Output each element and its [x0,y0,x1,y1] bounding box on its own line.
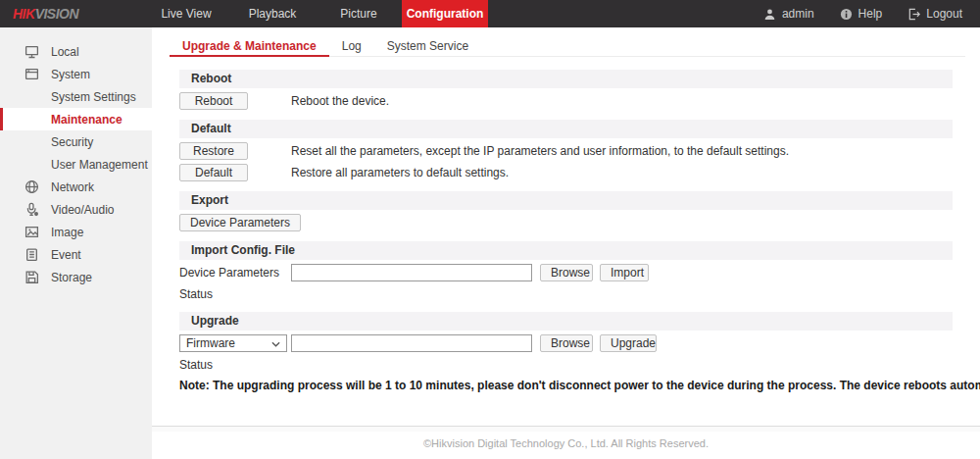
user-icon [763,8,776,21]
topbar-right: admin Help Logout [763,0,980,27]
import-section-header: Import Config. File [179,241,953,260]
monitor-icon [24,44,39,59]
upgrade-row: Firmware Browse Upgrade [179,334,953,352]
upgrade-note: Note: The upgrading process will be 1 to… [179,379,980,392]
nav-playback[interactable]: Playback [229,0,316,27]
upgrade-status-row: Status [179,356,953,374]
import-field-label: Device Parameters [179,264,279,281]
sidebar: Local System System Settings Maintenance… [0,27,152,459]
import-file-input[interactable] [291,264,532,281]
import-row: Device Parameters Browse Import [179,264,953,281]
restore-row: Restore Reset all the parameters, except… [179,142,953,160]
system-window-icon [24,67,39,81]
reboot-row: Reboot Reboot the device. [179,92,953,110]
storage-icon [24,270,39,284]
import-status-label: Status [179,285,213,303]
default-row: Default Restore all parameters to defaul… [179,164,953,181]
event-icon [24,247,39,262]
nav-picture[interactable]: Picture [316,0,402,27]
hikvision-config-page: HIKVISION Live View Playback Picture Con… [0,0,980,459]
bottom-divider [152,426,980,432]
sidebar-item-user-management[interactable]: User Management [0,153,152,176]
reboot-button[interactable]: Reboot [179,92,248,110]
upgrade-button[interactable]: Upgrade [600,334,657,352]
restore-description: Reset all the parameters, except the IP … [291,142,789,160]
nav-live-view[interactable]: Live View [143,0,229,27]
export-row: Device Parameters [179,214,953,231]
top-navigation: Live View Playback Picture Configuration [143,0,488,27]
upgrade-file-input[interactable] [291,334,532,352]
default-description: Restore all parameters to default settin… [291,164,509,181]
logout-label: Logout [926,7,962,21]
upgrade-browse-button[interactable]: Browse [540,334,593,352]
sidebar-item-video-audio[interactable]: Video/Audio [0,198,152,221]
microphone-icon [24,202,39,217]
sidebar-item-label: Security [51,135,93,149]
copyright-footer: ©Hikvision Digital Technology Co., Ltd. … [152,437,980,449]
default-button[interactable]: Default [179,164,248,181]
sidebar-item-label: Image [51,226,83,239]
reboot-description: Reboot the device. [291,92,389,110]
username: admin [782,7,814,21]
sidebar-item-label: Local [51,45,79,59]
help-label: Help [858,7,883,21]
logo-vision: VISION [35,6,78,22]
sidebar-item-local[interactable]: Local [0,40,152,63]
sidebar-item-label: Video/Audio [51,203,115,217]
help-icon [840,8,853,21]
sidebar-item-storage[interactable]: Storage [0,266,152,288]
tab-bar: Upgrade & Maintenance Log System Service [170,37,965,57]
globe-icon [24,179,39,194]
sidebar-item-event[interactable]: Event [0,243,152,266]
import-button[interactable]: Import [600,264,649,281]
user-indicator: admin [763,7,814,21]
sidebar-item-label: System [51,68,90,81]
upgrade-section-header: Upgrade [179,312,953,331]
restore-button[interactable]: Restore [179,142,248,160]
sidebar-item-label: Storage [51,271,92,284]
nav-configuration[interactable]: Configuration [402,0,488,27]
import-browse-button[interactable]: Browse [540,264,593,281]
tab-upgrade-maintenance[interactable]: Upgrade & Maintenance [170,37,329,57]
export-section-header: Export [179,191,953,210]
export-device-parameters-button[interactable]: Device Parameters [179,214,301,231]
default-section-header: Default [179,120,953,138]
sidebar-item-system-settings[interactable]: System Settings [0,85,152,108]
help-button[interactable]: Help [840,7,883,21]
upgrade-type-select[interactable]: Firmware [179,334,287,352]
tab-log[interactable]: Log [329,37,374,56]
topbar: HIKVISION Live View Playback Picture Con… [0,0,980,27]
sidebar-item-system[interactable]: System [0,63,152,85]
image-icon [24,225,39,239]
sidebar-item-network[interactable]: Network [0,176,152,198]
main-content: Upgrade & Maintenance Log System Service… [152,27,980,459]
upgrade-type-value: Firmware [186,336,235,350]
sidebar-item-label: Maintenance [51,113,122,127]
upgrade-status-label: Status [179,356,213,374]
sidebar-item-maintenance[interactable]: Maintenance [0,108,152,130]
sidebar-item-label: System Settings [51,90,136,104]
sidebar-item-image[interactable]: Image [0,221,152,243]
tab-system-service[interactable]: System Service [374,37,481,56]
chevron-down-icon [271,336,280,350]
reboot-section-header: Reboot [179,70,953,88]
sidebar-item-security[interactable]: Security [0,130,152,153]
sidebar-item-label: User Management [51,158,148,172]
hikvision-logo: HIKVISION [0,0,143,27]
sidebar-item-label: Event [51,248,81,262]
sidebar-item-label: Network [51,180,94,194]
logout-button[interactable]: Logout [907,7,962,21]
logout-icon [907,8,920,21]
import-status-row: Status [179,285,953,303]
logo-hik: HIK [13,6,35,22]
